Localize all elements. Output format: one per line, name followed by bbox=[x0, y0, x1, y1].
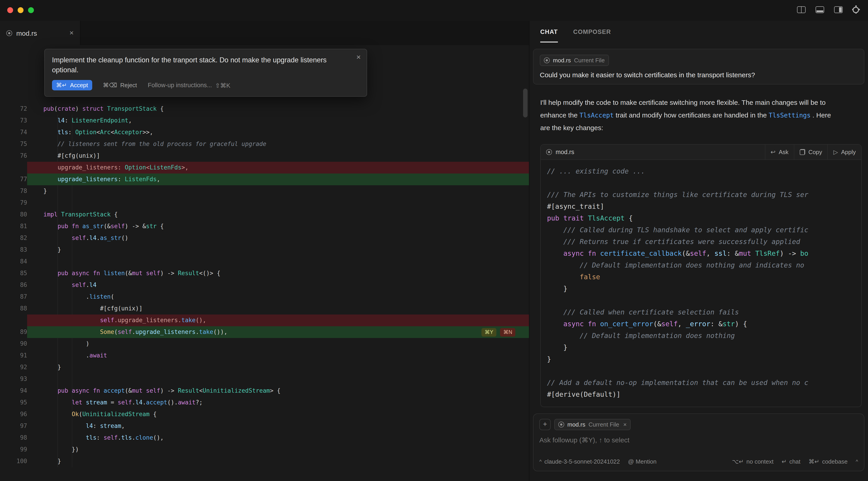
code-line[interactable]: false bbox=[547, 271, 861, 283]
user-message: mod.rs Current File Could you make it ea… bbox=[533, 49, 864, 85]
rust-file-icon bbox=[546, 149, 552, 155]
accept-shortcut: ⌘↵ bbox=[56, 82, 67, 89]
code-line[interactable]: 76 #[cfg(unix)] bbox=[0, 150, 529, 162]
code-line[interactable]: 86 self.l4 bbox=[0, 279, 529, 291]
chat-input-placeholder[interactable]: Ask followup (⌘Y), ↑ to select bbox=[539, 436, 858, 458]
editor-scrollbar[interactable] bbox=[523, 89, 528, 118]
code-line[interactable]: 99 }) bbox=[0, 444, 529, 455]
inline-edit-popup: × Implement the cleanup function for the… bbox=[44, 49, 367, 97]
code-line[interactable]: upgrade_listeners: Option<ListenFds>, bbox=[0, 162, 529, 173]
codebase-hint[interactable]: ⌘↵ codebase bbox=[809, 458, 848, 465]
code-line[interactable]: 74 tls: Option<Arc<Acceptor>>, bbox=[0, 127, 529, 138]
code-line[interactable]: 75 // listeners sent from the old proces… bbox=[0, 138, 529, 150]
code-line[interactable]: /// Called during TLS handshake to selec… bbox=[547, 224, 861, 236]
code-line[interactable]: pub trait TlsAccept { bbox=[547, 212, 861, 224]
accept-button[interactable]: ⌘↵ Accept bbox=[52, 80, 92, 90]
code-line[interactable]: 72pub(crate) struct TransportStack { bbox=[0, 103, 529, 115]
code-line[interactable]: 78} bbox=[0, 185, 529, 197]
add-context-button[interactable]: + bbox=[539, 419, 551, 430]
tab-close-icon[interactable]: × bbox=[69, 29, 74, 37]
code-line[interactable]: 96 Ok(UninitializedStream { bbox=[0, 409, 529, 420]
code-line[interactable]: 91 .await bbox=[0, 350, 529, 361]
close-window-button[interactable] bbox=[7, 7, 13, 13]
code-line[interactable]: 97 l4: stream, bbox=[0, 420, 529, 432]
window-titlebar bbox=[0, 0, 868, 21]
code-line[interactable]: } bbox=[547, 353, 861, 365]
code-line[interactable] bbox=[547, 295, 861, 307]
code-line[interactable]: 100 } bbox=[0, 455, 529, 467]
code-line[interactable]: // Add a default no-op implementation th… bbox=[547, 377, 861, 389]
code-line[interactable] bbox=[547, 177, 861, 189]
toggle-right-sidebar-icon[interactable] bbox=[834, 6, 843, 13]
copy-button[interactable]: Copy bbox=[794, 145, 828, 160]
toggle-bottom-panel-icon[interactable] bbox=[815, 6, 824, 13]
code-line[interactable]: } bbox=[547, 342, 861, 353]
minimize-window-button[interactable] bbox=[18, 7, 24, 13]
code-block-card: mod.rs ↩ Ask Copy ▷ Apply bbox=[540, 144, 862, 407]
ask-button[interactable]: ↩ Ask bbox=[765, 145, 794, 160]
reject-diff-badge[interactable]: ⌘N bbox=[500, 328, 515, 336]
code-line[interactable]: 93 bbox=[0, 373, 529, 385]
code-area[interactable]: 72pub(crate) struct TransportStack {73 l… bbox=[0, 45, 529, 481]
code-line[interactable]: 80impl TransportStack { bbox=[0, 209, 529, 221]
code-line[interactable]: #[async_trait] bbox=[547, 201, 861, 212]
code-line[interactable]: 89 Some(self.upgrade_listeners.take()),⌘… bbox=[0, 326, 529, 338]
app-window: mod.rs × 72pub(crate) struct TransportSt… bbox=[0, 0, 868, 481]
code-line[interactable]: // Default implementation does nothing a… bbox=[547, 259, 861, 271]
reject-button[interactable]: ⌘⌫ Reject bbox=[103, 82, 137, 89]
code-line[interactable]: #[derive(Default)] bbox=[547, 389, 861, 400]
code-line[interactable]: 85 pub async fn listen(&mut self) -> Res… bbox=[0, 267, 529, 279]
context-chip[interactable]: mod.rs Current File × bbox=[554, 419, 631, 430]
followup-shortcut: ⇧⌘K bbox=[215, 82, 230, 89]
no-context-hint[interactable]: ⌥↵ no context bbox=[732, 458, 774, 465]
code-line[interactable]: /// The APIs to customize things like ce… bbox=[547, 189, 861, 201]
code-line[interactable]: 95 let stream = self.l4.accept().await?; bbox=[0, 397, 529, 409]
code-line[interactable] bbox=[547, 365, 861, 377]
code-line[interactable]: /// Returns true if certificates were su… bbox=[547, 236, 861, 248]
code-line[interactable]: 98 tls: self.tls.clone(), bbox=[0, 432, 529, 444]
code-line[interactable]: 90 ) bbox=[0, 338, 529, 350]
code-line[interactable]: // Default implementation does nothing bbox=[547, 330, 861, 342]
code-line[interactable]: 81 pub fn as_str(&self) -> &str { bbox=[0, 221, 529, 232]
tab-composer[interactable]: COMPOSER bbox=[573, 21, 611, 42]
chip-close-icon[interactable]: × bbox=[623, 421, 627, 428]
code-line[interactable]: } bbox=[547, 283, 861, 295]
code-line[interactable]: // ... existing code ... bbox=[547, 165, 861, 177]
apply-label: Apply bbox=[841, 149, 856, 155]
context-chip[interactable]: mod.rs Current File bbox=[540, 55, 609, 66]
code-line[interactable]: 88 #[cfg(unix)] bbox=[0, 303, 529, 315]
chat-hint[interactable]: ↵ chat bbox=[782, 458, 800, 465]
mention-button[interactable]: @ Mention bbox=[628, 458, 656, 465]
settings-gear-icon[interactable] bbox=[852, 6, 859, 13]
code-line[interactable]: self.upgrade_listeners.take(), bbox=[0, 315, 529, 326]
code-line[interactable]: 73 l4: ListenerEndpoint, bbox=[0, 115, 529, 127]
chat-input-box[interactable]: + mod.rs Current File × Ask followup (⌘Y… bbox=[533, 413, 864, 471]
followup-instructions-button[interactable]: Follow-up instructions... ⇧⌘K bbox=[148, 82, 230, 89]
code-line[interactable]: async fn certificate_callback(&self, ssl… bbox=[547, 248, 861, 259]
code-line[interactable]: 77 upgrade_listeners: ListenFds, bbox=[0, 173, 529, 185]
code-line[interactable]: 83 } bbox=[0, 244, 529, 256]
popup-close-icon[interactable]: × bbox=[356, 53, 361, 62]
editor-tabbar: mod.rs × bbox=[0, 21, 529, 45]
apply-button[interactable]: ▷ Apply bbox=[828, 145, 861, 160]
code-line[interactable]: async fn on_cert_error(&self, _error: &s… bbox=[547, 318, 861, 330]
tab-chat[interactable]: CHAT bbox=[540, 21, 558, 42]
zoom-window-button[interactable] bbox=[28, 7, 34, 13]
assistant-message-text: I'll help modify the code to make certif… bbox=[540, 96, 831, 134]
split-editor-icon[interactable] bbox=[797, 6, 806, 13]
code-line[interactable]: 92 } bbox=[0, 361, 529, 373]
code-line[interactable]: /// Called when certificate selection fa… bbox=[547, 307, 861, 318]
copy-label: Copy bbox=[808, 149, 822, 155]
code-line[interactable]: 79 bbox=[0, 197, 529, 209]
model-selector[interactable]: ^ claude-3-5-sonnet-20241022 bbox=[539, 458, 620, 465]
code-line[interactable]: 87 .listen( bbox=[0, 291, 529, 303]
expand-chevron-icon[interactable]: ^ bbox=[856, 459, 858, 464]
code-line[interactable]: 82 self.l4.as_str() bbox=[0, 232, 529, 244]
chat-messages[interactable]: mod.rs Current File Could you make it ea… bbox=[529, 42, 868, 408]
ask-label: Ask bbox=[779, 149, 788, 155]
chip-tag-label: Current File bbox=[588, 421, 619, 428]
code-line[interactable]: 94 pub async fn accept(&mut self) -> Res… bbox=[0, 385, 529, 397]
code-line[interactable]: 84 bbox=[0, 256, 529, 267]
accept-diff-badge[interactable]: ⌘Y bbox=[482, 328, 496, 336]
tab-mod-rs[interactable]: mod.rs × bbox=[0, 21, 81, 45]
